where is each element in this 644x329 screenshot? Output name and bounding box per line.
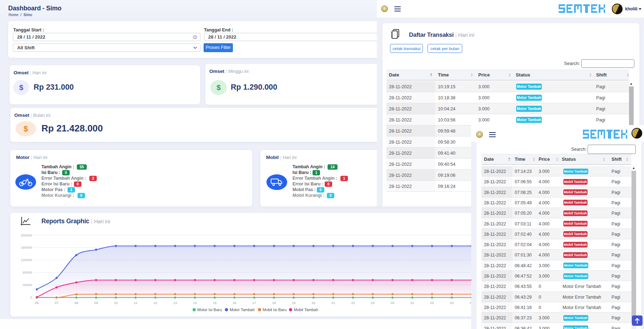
- svg-text:17: 17: [252, 301, 256, 305]
- svg-text:00: 00: [391, 301, 395, 305]
- svg-text:12: 12: [154, 301, 158, 305]
- svg-text:01: 01: [410, 301, 414, 305]
- svg-text:20: 20: [311, 301, 315, 305]
- svg-text:16: 16: [233, 301, 236, 305]
- svg-text:08: 08: [74, 301, 78, 305]
- svg-text:13: 13: [173, 301, 177, 305]
- svg-text:Motor Tambah: Motor Tambah: [230, 308, 255, 312]
- svg-text:80000: 80000: [23, 270, 32, 274]
- svg-text:22: 22: [351, 301, 355, 305]
- svg-text:19: 19: [292, 301, 296, 305]
- svg-text:07: 07: [55, 301, 59, 305]
- svg-text:15: 15: [213, 301, 217, 305]
- svg-text:40000: 40000: [23, 283, 32, 287]
- svg-text:03: 03: [450, 301, 454, 305]
- svg-text:14: 14: [193, 301, 197, 305]
- svg-text:Mobil Isi Baru: Mobil Isi Baru: [263, 308, 287, 312]
- svg-text:0: 0: [30, 295, 32, 299]
- svg-text:02: 02: [430, 301, 434, 305]
- svg-text:120000: 120000: [21, 258, 32, 262]
- svg-text:11: 11: [134, 301, 138, 305]
- svg-text:200000: 200000: [21, 233, 32, 237]
- svg-text:Motor Isi Baru: Motor Isi Baru: [198, 308, 222, 312]
- svg-text:23: 23: [371, 301, 375, 305]
- svg-text:10: 10: [114, 301, 118, 305]
- svg-text:21: 21: [331, 301, 335, 305]
- svg-text:160000: 160000: [21, 245, 32, 249]
- svg-text:Mobil Tambah: Mobil Tambah: [294, 308, 318, 312]
- svg-text:06: 06: [35, 301, 39, 305]
- svg-text:09: 09: [94, 301, 98, 305]
- svg-text:18: 18: [272, 301, 276, 305]
